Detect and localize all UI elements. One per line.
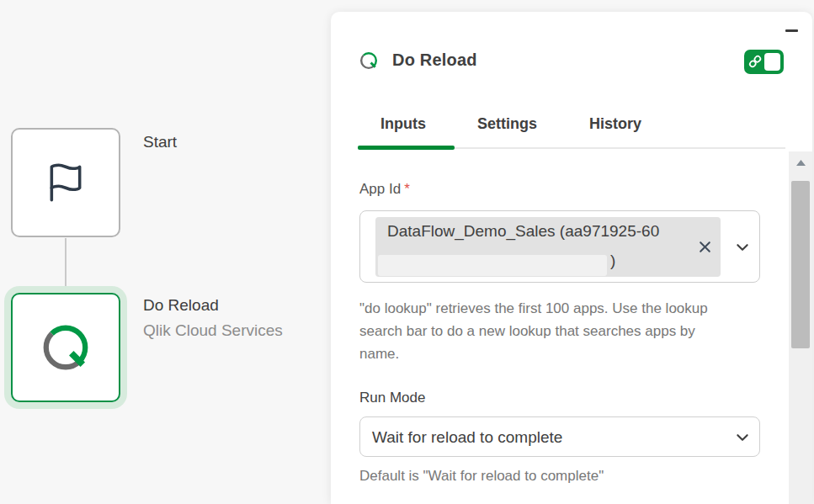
app-id-value-suffix: ) — [610, 252, 615, 270]
toggle-knob — [764, 53, 780, 71]
active-tab-underline — [358, 146, 455, 150]
chevron-down-icon[interactable] — [735, 240, 750, 255]
required-marker: * — [404, 181, 410, 197]
minimize-icon[interactable] — [785, 29, 798, 32]
block-config-panel: Do Reload Inputs Settings History App Id… — [331, 12, 812, 504]
run-mode-select[interactable]: Wait for reload to complete — [359, 416, 760, 457]
panel-title: Do Reload — [392, 50, 477, 70]
do-reload-node[interactable] — [11, 293, 120, 402]
start-node-label: Start — [143, 133, 177, 151]
scrollbar[interactable] — [789, 151, 812, 504]
app-id-label-text: App Id — [359, 181, 401, 197]
tab-inputs[interactable]: Inputs — [380, 115, 426, 133]
scrollbar-thumb[interactable] — [791, 181, 810, 348]
run-mode-help-text: Default is "Wait for reload to complete" — [359, 468, 604, 485]
help-line: "do lookup" retrieves the first 100 apps… — [359, 297, 708, 320]
run-mode-label: Run Mode — [359, 390, 425, 406]
panel-header: Do Reload — [359, 50, 477, 70]
chevron-down-icon — [735, 430, 750, 445]
do-reload-node-sublabel: Qlik Cloud Services — [143, 321, 283, 340]
start-node[interactable] — [11, 128, 120, 237]
app-id-help-text: "do lookup" retrieves the first 100 apps… — [359, 297, 708, 365]
flag-icon — [45, 162, 87, 204]
tab-history[interactable]: History — [589, 115, 641, 133]
link-toggle[interactable] — [744, 50, 784, 74]
clear-selection-icon[interactable] — [698, 240, 712, 254]
qlik-icon — [359, 51, 378, 70]
tab-settings[interactable]: Settings — [477, 115, 537, 133]
app-id-selected-chip: DataFlow_Demo_Sales (aa971925-60 ) — [375, 217, 721, 277]
do-reload-node-label: Do Reload — [143, 296, 219, 315]
app-id-value: DataFlow_Demo_Sales (aa971925-60 — [387, 222, 659, 241]
link-icon — [747, 54, 763, 69]
help-line: search bar to do a new lookup that searc… — [359, 320, 708, 342]
redacted-text-overlay — [378, 255, 607, 276]
qlik-icon — [41, 323, 90, 372]
node-connector-line — [65, 238, 67, 288]
app-id-combobox[interactable]: DataFlow_Demo_Sales (aa971925-60 ) — [359, 210, 760, 283]
help-line: name. — [359, 342, 708, 365]
app-id-label: App Id* — [359, 181, 410, 198]
scroll-up-icon[interactable] — [795, 159, 806, 167]
run-mode-value: Wait for reload to complete — [372, 428, 562, 447]
